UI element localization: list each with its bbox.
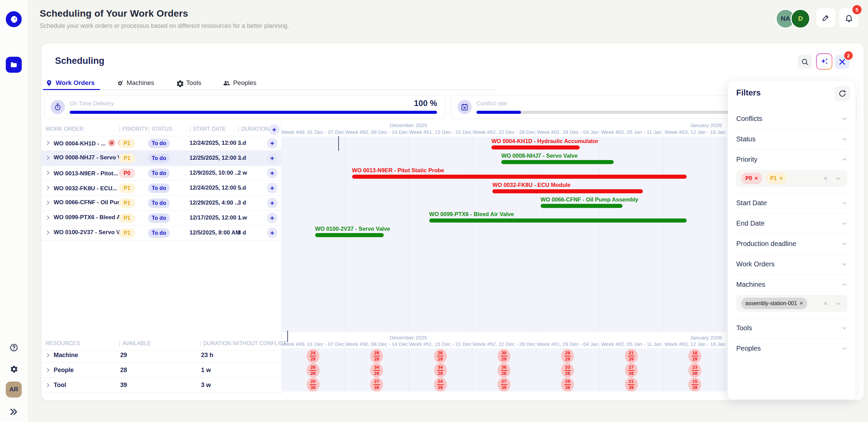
remove-chip-icon[interactable]: × [800,300,803,306]
filter-section-priority[interactable]: Priority [736,150,847,169]
filter-section-work-orders[interactable]: Work Orders [736,254,847,274]
clear-selection-icon[interactable]: × [824,175,828,182]
resource-load-indicator: 2129 [625,349,638,363]
table-row[interactable]: WO 0100-2V37 - Servo ValveP1To do12/5/20… [41,226,281,241]
resource-load-indicator: 3428 [370,363,383,377]
filter-chip[interactable]: P0× [741,173,762,184]
add-subtask-button[interactable]: + [267,213,277,223]
add-column-button[interactable]: + [269,124,279,135]
expand-row-icon[interactable] [46,368,51,373]
search-button[interactable] [798,55,812,69]
tab-machines[interactable]: Machines [115,76,158,89]
gantt-bar[interactable] [315,233,384,237]
filter-multiselect[interactable]: P0×P1×× [736,170,847,187]
expand-row-icon[interactable] [46,215,51,220]
tab-work-orders[interactable]: Work Orders [44,76,98,89]
tab-peoples[interactable]: Peoples [221,76,260,89]
load-total: 39 [565,385,570,390]
filter-section-conflicts[interactable]: Conflicts [736,109,847,128]
notifications-button[interactable]: 5 [839,8,858,28]
filter-section-label: Machines [736,281,765,288]
brand-logo-icon[interactable] [6,11,22,27]
table-row[interactable]: WO 0099-PTX6 - Bleed Air ...P1To do12/17… [41,211,281,226]
add-subtask-button[interactable]: + [267,198,277,208]
workorder-name: WO 0013-N9ER - Pitot... [54,169,118,178]
gantt-bar[interactable] [501,160,614,164]
start-date: 12/24/2025, 12:00 ... [189,140,243,146]
gantt-bar[interactable] [429,218,687,223]
expand-row-icon[interactable] [46,140,51,145]
status-chip: To do [148,213,170,223]
add-subtask-button[interactable]: + [267,168,277,178]
tab-label: Peoples [233,79,256,87]
resource-load-indicator: 2829 [561,349,574,363]
week-label: Week #03, 12 Jan - 18 Jan [663,129,727,136]
remove-chip-icon[interactable]: × [755,175,758,181]
settings-button[interactable] [7,362,21,376]
expand-row-icon[interactable] [46,155,51,160]
sidebar-item-projects[interactable] [6,57,22,73]
gantt-bar[interactable] [541,204,622,208]
table-row[interactable]: People281 w [41,363,281,378]
load-used: 33 [565,365,570,370]
resource-load-indicator: 2629 [434,349,447,363]
resources-table: Machine2923 hPeople281 wTool393 w [41,348,281,393]
start-date: 12/25/2025, 12:00 ... [189,155,243,161]
tab-tools[interactable]: Tools [175,76,204,89]
table-row[interactable]: Machine2923 h [41,348,281,363]
bell-icon [845,14,853,22]
remove-chip-icon[interactable]: × [780,175,783,181]
expand-sidebar-button[interactable] [7,405,21,419]
resource-load-indicator: 2328 [688,363,701,377]
expand-row-icon[interactable] [46,353,51,358]
add-subtask-button[interactable]: + [267,153,277,163]
help-button[interactable] [7,341,21,354]
gantt-bar-label: WO 0004-KH1D - Hydraulic Accumulator [491,138,598,144]
filter-section-status[interactable]: Status [736,129,847,149]
machine-icon [116,80,124,87]
filter-section: Production deadline [736,234,847,254]
expand-row-icon[interactable] [46,230,51,235]
chevron-down-icon[interactable] [835,301,841,306]
filter-sections: ConflictsStatusPriorityP0×P1××Start Date… [736,109,847,359]
filter-section: Conflicts [736,109,847,129]
filter-section-peoples[interactable]: Peoples [736,339,847,358]
expand-row-icon[interactable] [46,200,51,205]
gantt-bar[interactable] [491,145,580,150]
refresh-filters-button[interactable] [835,86,850,101]
close-button[interactable]: 2 [835,55,849,69]
start-date: 12/29/2025, 4:00 ... [189,199,239,206]
load-used: 29 [374,351,379,355]
filter-chip[interactable]: P1× [766,173,787,184]
add-subtask-button[interactable]: + [267,228,277,238]
filter-section-machines[interactable]: Machines [736,275,847,294]
table-row[interactable]: WO 0008-NHJ7 - Servo ValveP1To do12/25/2… [41,151,281,166]
filter-chip[interactable]: assembly-station-001× [741,298,807,309]
chevron-down-icon[interactable] [835,176,841,181]
add-subtask-button[interactable]: + [267,138,277,148]
table-row[interactable]: WO 0032-FK8U - ECU...P1To do12/24/2025, … [41,181,281,196]
chevron-up-icon [842,157,847,162]
gantt-bar[interactable] [492,189,643,193]
topbar: Scheduling of Your Work Orders Schedule … [28,0,868,43]
filter-section-start-date[interactable]: Start Date [736,193,847,213]
filter-multiselect[interactable]: assembly-station-001×× [736,295,847,312]
edit-button[interactable] [816,8,835,28]
filter-section-end-date[interactable]: End Date [736,214,847,233]
filter-section-tools[interactable]: Tools [736,318,847,338]
avatar[interactable]: D [791,9,810,29]
gantt-bar[interactable] [352,175,687,179]
load-total: 28 [438,371,442,376]
table-row[interactable]: WO 0004-KH1D - ...P1To do12/24/2025, 12:… [41,136,281,151]
ai-assistant-button[interactable] [816,53,832,70]
clear-selection-icon[interactable]: × [824,300,828,307]
user-avatar[interactable]: AR [6,382,22,398]
add-subtask-button[interactable]: + [267,183,277,193]
table-row[interactable]: WO 0013-N9ER - Pitot...P0To do12/9/2025,… [41,166,281,181]
filter-section-production-deadline[interactable]: Production deadline [736,234,847,253]
expand-row-icon[interactable] [46,185,51,190]
expand-row-icon[interactable] [46,383,51,388]
table-row[interactable]: Tool393 w [41,378,281,393]
table-row[interactable]: WO 0066-CFNF - Oil Pump ...P1To do12/29/… [41,196,281,211]
expand-row-icon[interactable] [46,170,51,175]
